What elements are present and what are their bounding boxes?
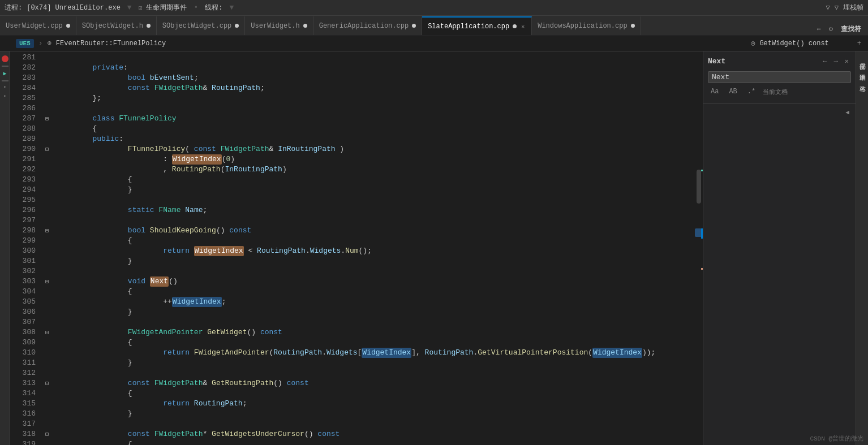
- tab-label: WindowsApplication.cpp: [538, 22, 627, 30]
- code-line-300: return WidgetIndex < RoutingPath.Widgets…: [57, 246, 695, 256]
- fold-312: [41, 368, 53, 378]
- code-line-310: return FWidgetAndPointer(RoutingPath.Wid…: [57, 348, 695, 358]
- case-sensitive-button[interactable]: Aa: [708, 87, 721, 97]
- fold-282: [41, 63, 53, 73]
- tab-sobjectwidget-cpp[interactable]: SObjectWidget.cpp: [157, 16, 245, 35]
- line-numbers: 281 282 283 284 285 286 287 288 289 290 …: [10, 51, 41, 445]
- code-line-301: }: [57, 256, 695, 266]
- fold-315: [41, 399, 53, 409]
- fold-308[interactable]: ⊟: [41, 327, 53, 338]
- process-value: [0x74] UnrealEditor.exe: [27, 4, 121, 12]
- callstack-button[interactable]: 调用堆: [857, 65, 867, 74]
- fold-316: [41, 409, 53, 419]
- search-panel-container: Next ← → ✕ Aa AB .* 当前文档 ◀: [703, 51, 856, 445]
- search-close-button[interactable]: ✕: [843, 56, 851, 67]
- fold-295: [41, 195, 53, 205]
- scroll-mark-1: [701, 228, 703, 239]
- fold-307: [41, 317, 53, 327]
- filter-icon2[interactable]: ▽: [835, 3, 839, 12]
- fold-290[interactable]: ⊟: [41, 144, 53, 154]
- fold-294: [41, 185, 53, 195]
- tab-bar-extras: ⇐ ⚙ 查找符: [810, 23, 868, 35]
- fold-283: [41, 73, 53, 83]
- fold-314: [41, 388, 53, 399]
- filter-icon[interactable]: ▽: [826, 3, 830, 12]
- main-layout: ▶ • • 281 282 283 284 285 286 287 288 28…: [0, 51, 868, 445]
- search-icon[interactable]: 查找符: [839, 23, 863, 35]
- tab-label: SObjectWidget.cpp: [162, 22, 231, 30]
- code-line-287: class FTunnelPolicy: [57, 114, 695, 124]
- scroll-mark-2: [701, 170, 703, 171]
- search-panel-header: Next ← → ✕: [708, 56, 851, 67]
- code-line-303: void Next(): [57, 276, 695, 287]
- code-line-290: FTunnelPolicy( const FWidgetPath& InRout…: [57, 144, 695, 154]
- fold-284: [41, 83, 53, 93]
- settings-icon[interactable]: ⚙: [827, 24, 835, 34]
- modified-indicator: [66, 24, 70, 28]
- whole-word-button[interactable]: AB: [726, 87, 740, 97]
- dot-icon2: •: [3, 94, 6, 100]
- scrollbar-thumb[interactable]: [697, 170, 701, 204]
- top-toolbar: 进程: [0x74] UnrealEditor.exe ▼ ☑ 生命周期事件 •…: [0, 0, 868, 16]
- tab-bar: UserWidget.cpp SObjectWidget.h SObjectWi…: [0, 16, 868, 36]
- expand-right-icon[interactable]: +: [855, 38, 863, 49]
- code-line-294: }: [57, 185, 695, 195]
- fold-289: [41, 134, 53, 144]
- code-line-284: const FWidgetPath& RoutingPath;: [57, 83, 695, 93]
- code-line-285: };: [57, 93, 695, 103]
- fold-303[interactable]: ⊟: [41, 276, 53, 287]
- code-line-318: const FWidgetPath* GetWidgetsUnderCursor…: [57, 429, 695, 439]
- breadcrumb-sep1: ›: [38, 39, 43, 47]
- fold-298[interactable]: ⊟: [41, 226, 53, 236]
- fold-318[interactable]: ⊟: [41, 429, 53, 439]
- tab-userwidget-h[interactable]: UserWidget.h: [245, 16, 313, 35]
- collapse-button[interactable]: ◀: [844, 109, 851, 116]
- names-button[interactable]: 名称: [857, 76, 867, 85]
- regex-button[interactable]: .*: [745, 87, 758, 97]
- tab-label: SlateApplication.cpp: [428, 23, 509, 31]
- fold-281: [41, 53, 53, 63]
- tab-userwidget-cpp[interactable]: UserWidget.cpp: [0, 16, 76, 35]
- fold-309: [41, 338, 53, 348]
- search-next-button[interactable]: →: [832, 57, 840, 67]
- split-left-icon[interactable]: ⇐: [815, 24, 823, 34]
- tab-windowsapplication-cpp[interactable]: WindowsApplication.cpp: [532, 16, 641, 35]
- search-input[interactable]: [712, 73, 847, 81]
- code-line-292: , RoutingPath(InRoutingPath): [57, 165, 695, 175]
- fold-287[interactable]: ⊟: [41, 114, 53, 124]
- fold-indicators: ⊟ ⊟ ⊟ ⊟ ⊟ ⊟: [41, 51, 53, 445]
- code-line-316: }: [57, 409, 695, 419]
- ue5-badge: UE5: [16, 39, 34, 48]
- fold-305: [41, 297, 53, 307]
- tab-close-button[interactable]: ✕: [520, 23, 526, 31]
- tab-sobjectwidget-h[interactable]: SObjectWidget.h: [76, 16, 157, 35]
- search-options: Aa AB .* 当前文档: [708, 87, 851, 97]
- tab-genericapplication-cpp[interactable]: GenericApplication.cpp: [313, 16, 422, 35]
- fold-286: [41, 103, 53, 114]
- code-area[interactable]: private: bool bEventSent; const FWidgetP…: [53, 51, 695, 445]
- left-icon-bar: ▶ • •: [0, 51, 10, 445]
- modified-indicator: [235, 24, 239, 28]
- code-line-311: }: [57, 358, 695, 368]
- local-vars-button[interactable]: 局部变: [857, 54, 867, 63]
- search-panel-controls: ← → ✕: [820, 56, 851, 67]
- fold-301: [41, 256, 53, 266]
- search-prev-button[interactable]: ←: [820, 57, 829, 67]
- code-line-283: bool bEventSent;: [57, 73, 695, 83]
- code-line-312: [57, 368, 695, 378]
- fold-304: [41, 287, 53, 297]
- vertical-scrollbar[interactable]: [695, 51, 703, 445]
- code-line-289: public:: [57, 134, 695, 144]
- code-line-293: {: [57, 175, 695, 185]
- fold-285: [41, 93, 53, 103]
- modified-indicator: [513, 24, 517, 28]
- code-line-291: : WidgetIndex(0): [57, 154, 695, 165]
- editor-container: 281 282 283 284 285 286 287 288 289 290 …: [10, 51, 703, 445]
- tab-slateapplication-cpp[interactable]: SlateApplication.cpp ✕: [422, 16, 532, 35]
- code-line-319: {: [57, 439, 695, 445]
- fold-313[interactable]: ⊟: [41, 378, 53, 388]
- fold-300: [41, 246, 53, 256]
- fold-297: [41, 215, 53, 226]
- code-line-314: {: [57, 388, 695, 399]
- code-line-298: bool ShouldKeepGoing() const: [57, 226, 695, 236]
